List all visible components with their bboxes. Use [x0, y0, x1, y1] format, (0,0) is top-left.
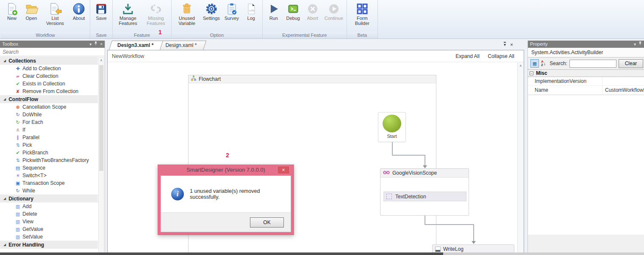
property-panel: Property ▾ System.Activities.ActivityBui…: [527, 41, 644, 252]
toolbox-item-add-to-collection[interactable]: ✚ Add to Collection: [0, 65, 98, 72]
unused-variable-button[interactable]: Unused Variable: [173, 1, 200, 26]
save-button[interactable]: Save: [92, 1, 111, 21]
toolbox-item-dowhile[interactable]: ↻ DoWhile: [0, 111, 98, 118]
debug-label: Debug: [286, 16, 300, 21]
new-button[interactable]: New: [3, 1, 21, 21]
dialog-close-button[interactable]: ×: [277, 166, 290, 174]
toolbox-item-dict-delete[interactable]: ▥ Delete: [0, 210, 98, 218]
connector-line: [392, 155, 425, 156]
property-row-implementationversion[interactable]: ImplementationVersion: [528, 77, 644, 86]
categorize-icon[interactable]: ▦: [530, 59, 539, 68]
toolbox-item-pickwithtwobranchesfactory[interactable]: ⇅ PickwithTwoBranchesFactory: [0, 156, 98, 164]
tab-design[interactable]: Design.xaml *: [157, 41, 203, 50]
debug-button[interactable]: Debug: [284, 1, 303, 21]
toolbox-item-pickbranch[interactable]: ✔ PickBranch: [0, 149, 98, 156]
toolbox-item-for-each[interactable]: ↻ For Each: [0, 118, 98, 126]
missing-features-button[interactable]: Missing Features: [142, 1, 169, 26]
toolbox-item-transaction-scope[interactable]: ▣ Transaction Scope: [0, 179, 98, 187]
toolbox-dropdown-icon[interactable]: ▾: [89, 41, 92, 48]
toolbox-item-cancellation-scope[interactable]: ⊗ Cancellation Scope: [0, 103, 98, 111]
log-file-icon: LOG: [244, 2, 258, 16]
toolbox-item-if[interactable]: ⋔ If: [0, 126, 98, 134]
toolbox-item-remove-from-collection[interactable]: ✘ Remove From Collection: [0, 88, 98, 95]
toolbox-item-dict-getvalue[interactable]: ▥ GetValue: [0, 225, 98, 233]
collapse-box-icon[interactable]: −: [530, 71, 533, 75]
form-builder-button[interactable]: Form Builder: [349, 1, 376, 26]
property-search-input[interactable]: [569, 60, 616, 68]
start-label: Start: [378, 134, 405, 139]
clear-collection-icon: ▰: [14, 74, 21, 79]
log-button[interactable]: LOG Log: [242, 1, 261, 21]
tab-design3[interactable]: Design3.xaml *: [109, 41, 160, 50]
list-versions-button[interactable]: List Versions: [42, 1, 69, 26]
manage-features-button[interactable]: Manage Features: [114, 1, 142, 26]
toolbox-panel: Toolbox ▾ × ◢ Collections ✚ Add to Colle…: [0, 41, 105, 252]
new-label: New: [7, 16, 17, 21]
group-label-save: Save: [90, 32, 112, 38]
abort-button[interactable]: Abort: [303, 1, 322, 21]
property-pin-icon[interactable]: [638, 41, 642, 48]
flowchart-icon: [191, 75, 197, 83]
start-circle-icon: [383, 115, 401, 132]
toolbox-close-icon[interactable]: ×: [100, 41, 103, 48]
toolbox-item-exists-in-collection[interactable]: ✔ Exists in Collection: [0, 80, 98, 88]
ribbon-group-workflow: New Open List Versions: [1, 0, 90, 38]
toolbox-item-clear-collection[interactable]: ▰ Clear Collection: [0, 72, 98, 80]
sort-alphabetical-icon[interactable]: AZ ↓: [541, 59, 546, 68]
collapse-all-link[interactable]: Collapse All: [488, 53, 514, 59]
start-node[interactable]: Start: [378, 112, 406, 142]
toolbox-section-dictionary[interactable]: ◢ Dictionary: [0, 195, 98, 203]
continue-button[interactable]: Continue: [323, 1, 345, 21]
dict-delete-icon: ▥: [14, 211, 21, 217]
toolbox-pin-icon[interactable]: [94, 41, 97, 48]
toolbox-scrollbar[interactable]: ∧: [98, 57, 104, 252]
about-button[interactable]: About: [69, 1, 88, 21]
property-title: Property: [530, 41, 631, 48]
info-icon: i: [171, 188, 184, 200]
toolbox-item-sequence[interactable]: ▤ Sequence: [0, 164, 98, 172]
toolbox-item-dict-view[interactable]: ▥ View: [0, 218, 98, 225]
tab-list-icon[interactable]: ▾: [504, 42, 506, 48]
ok-button[interactable]: OK: [250, 217, 284, 228]
property-row-name[interactable]: Name CustomWorkflowD: [528, 86, 644, 95]
settings-button[interactable]: Settings: [201, 1, 222, 21]
toolbox-header: Toolbox ▾ ×: [0, 41, 105, 48]
toolbox-item-dict-setvalue[interactable]: ▥ SetValue: [0, 233, 98, 241]
scroll-up-icon[interactable]: ∧: [518, 63, 524, 69]
breadcrumb[interactable]: NewWorkflow: [112, 53, 144, 59]
bottom-bar-light: [443, 252, 644, 255]
toolbox-item-parallel[interactable]: ∥ Parallel: [0, 134, 98, 141]
connector-line: [425, 216, 425, 225]
toolbox-section-collections[interactable]: ◢ Collections: [0, 57, 98, 65]
survey-button[interactable]: Survey: [222, 1, 241, 21]
info-icon: [72, 2, 86, 16]
expand-all-link[interactable]: Expand All: [455, 53, 480, 59]
misc-section-label: Misc: [536, 70, 547, 76]
open-button[interactable]: Open: [22, 1, 41, 21]
canvas-scrollbar[interactable]: ∧: [517, 63, 524, 252]
googlevisionscope-node[interactable]: GoogleVisionScope TextDetection: [380, 168, 469, 216]
toolbox-item-while[interactable]: ↻ While: [0, 187, 98, 195]
misc-section-header[interactable]: − Misc: [528, 69, 644, 77]
textdetection-activity[interactable]: TextDetection: [383, 192, 466, 201]
toolbox-section-controlflow[interactable]: ◢ ControlFlow: [0, 95, 98, 103]
scrollbar-thumb[interactable]: [99, 65, 103, 171]
property-dropdown-icon[interactable]: ▾: [634, 41, 636, 48]
toolbox-section-error-handling[interactable]: ◢ Error Handling: [0, 241, 98, 249]
flowchart-header[interactable]: Flowchart: [189, 75, 436, 83]
toolbox-item-pick[interactable]: ⇅ Pick: [0, 141, 98, 149]
toolbox-search-input[interactable]: [0, 48, 105, 56]
property-empty-area: [528, 95, 644, 235]
scroll-up-icon[interactable]: ∧: [99, 58, 104, 63]
clear-button[interactable]: Clear: [619, 59, 643, 68]
googlevisionscope-header[interactable]: GoogleVisionScope: [380, 169, 469, 178]
pickbranch-icon: ✔: [14, 150, 21, 156]
toolbox-item-dict-add[interactable]: ▥ Add: [0, 203, 98, 210]
run-button[interactable]: Run: [264, 1, 283, 21]
breadcrumb-bar: NewWorkflow Expand All Collapse All: [108, 50, 524, 62]
manage-features-icon: [121, 2, 135, 16]
connector-line: [473, 224, 474, 241]
debug-console-icon: [286, 2, 300, 16]
toolbox-item-switch[interactable]: ✳ Switch<T>: [0, 172, 98, 179]
tab-close-icon[interactable]: ×: [510, 42, 513, 48]
